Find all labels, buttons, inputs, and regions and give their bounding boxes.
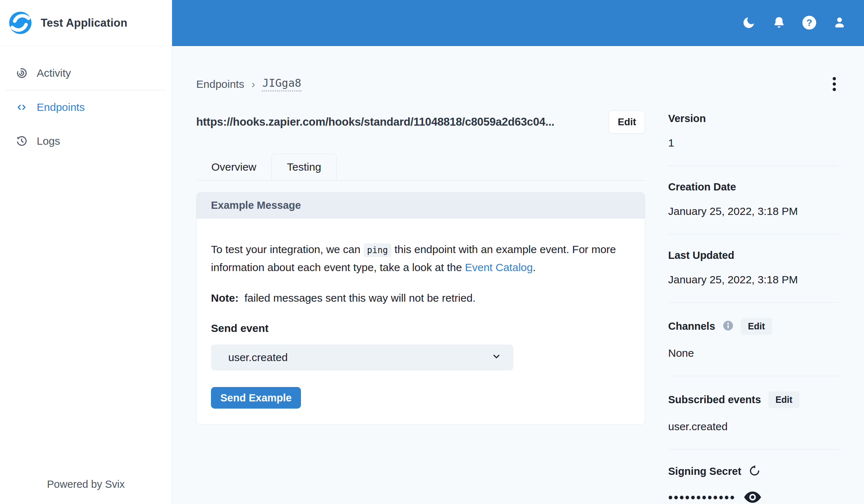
- app-root: Test Application Activity: [0, 0, 864, 504]
- help-button[interactable]: ?: [801, 15, 817, 31]
- app-title: Test Application: [41, 17, 127, 30]
- last-updated-label: Last Updated: [668, 249, 734, 261]
- last-updated-value: January 25, 2022, 3:18 PM: [668, 274, 839, 286]
- kebab-menu-button[interactable]: [830, 74, 839, 94]
- endpoint-details-panel: Version 1 Creation Date January 25, 2022…: [668, 111, 839, 504]
- creation-date-label: Creation Date: [668, 181, 736, 193]
- example-message-card: Example Message To test your integration…: [196, 192, 645, 425]
- help-icon: ?: [802, 15, 817, 31]
- dark-mode-toggle-button[interactable]: [741, 15, 757, 31]
- card-body: To test your integration, we can ping th…: [197, 219, 645, 424]
- eye-icon: [744, 491, 761, 504]
- sidebar-item-endpoints[interactable]: Endpoints: [0, 90, 172, 124]
- signing-secret-label: Signing Secret: [668, 465, 741, 477]
- endpoints-code-icon: [16, 102, 27, 113]
- subscribed-events-label: Subscribed events: [668, 394, 761, 406]
- event-type-select[interactable]: user.created: [211, 345, 513, 370]
- edit-channels-button[interactable]: Edit: [741, 318, 772, 335]
- ping-code-chip: ping: [364, 243, 392, 257]
- main-area: ? Endpoints › JIGga8: [172, 0, 864, 504]
- sidebar-header: Test Application: [0, 0, 172, 46]
- rotate-secret-button[interactable]: [748, 465, 761, 478]
- card-title: Example Message: [211, 199, 301, 211]
- send-example-button[interactable]: Send Example: [211, 387, 301, 409]
- sidebar-item-label: Logs: [37, 135, 60, 147]
- breadcrumb: Endpoints › JIGga8: [196, 77, 301, 91]
- subscribed-events-value: user.created: [668, 420, 839, 433]
- sidebar-item-label: Activity: [37, 67, 71, 79]
- breadcrumb-row: Endpoints › JIGga8: [196, 74, 839, 94]
- detail-subscribed-events: Subscribed events Edit user.created: [668, 376, 839, 450]
- svix-logo-icon: [9, 12, 32, 34]
- version-label: Version: [668, 113, 706, 125]
- sidebar-item-activity[interactable]: Activity: [0, 56, 172, 90]
- breadcrumb-endpoints-link[interactable]: Endpoints: [196, 78, 244, 90]
- svg-text:?: ?: [806, 17, 812, 28]
- chevron-right-icon: ›: [251, 78, 255, 90]
- info-icon: [723, 320, 734, 333]
- card-header: Example Message: [197, 193, 645, 219]
- event-catalog-link[interactable]: Event Catalog: [465, 261, 532, 273]
- endpoint-tabs: Overview Testing: [196, 154, 645, 181]
- kebab-menu-icon: [833, 77, 836, 80]
- sidebar-nav: Activity Endpoints: [0, 46, 172, 158]
- logs-history-icon: [16, 135, 27, 147]
- page-content: Endpoints › JIGga8 https://hooks.zapier.…: [172, 46, 864, 504]
- detail-signing-secret: Signing Secret •: [668, 450, 839, 504]
- account-button[interactable]: [832, 15, 847, 31]
- topbar: ?: [172, 0, 864, 46]
- powered-by: Powered by Svix: [0, 478, 172, 490]
- tab-overview[interactable]: Overview: [196, 154, 271, 180]
- activity-icon: [16, 67, 27, 79]
- version-value: 1: [668, 137, 839, 149]
- creation-date-value: January 25, 2022, 3:18 PM: [668, 205, 839, 217]
- channels-label: Channels: [668, 320, 715, 332]
- endpoint-url: https://hooks.zapier.com/hooks/standard/…: [196, 116, 554, 129]
- chevron-down-icon: [491, 351, 502, 364]
- send-event-label: Send event: [211, 322, 630, 334]
- masked-secret: ••••••••••••: [668, 491, 735, 504]
- detail-channels: Channels Edit None: [668, 303, 839, 376]
- note-text: Note: failed messages sent this way will…: [211, 292, 630, 304]
- reveal-secret-button[interactable]: [744, 491, 761, 504]
- detail-last-updated: Last Updated January 25, 2022, 3:18 PM: [668, 234, 839, 303]
- edit-url-button[interactable]: Edit: [609, 111, 645, 134]
- moon-icon: [742, 15, 756, 31]
- channels-value: None: [668, 347, 839, 359]
- endpoint-url-row: https://hooks.zapier.com/hooks/standard/…: [196, 111, 645, 134]
- intro-text: To test your integration, we can ping th…: [211, 241, 625, 276]
- endpoint-main-column: https://hooks.zapier.com/hooks/standard/…: [196, 111, 645, 504]
- signing-secret-row: ••••••••••••: [668, 491, 839, 504]
- breadcrumb-endpoint-id[interactable]: JIGga8: [262, 77, 301, 91]
- detail-creation-date: Creation Date January 25, 2022, 3:18 PM: [668, 166, 839, 234]
- selected-event-value: user.created: [228, 351, 288, 364]
- rotate-secret-icon: [748, 465, 761, 478]
- edit-subscribed-events-button[interactable]: Edit: [768, 391, 800, 408]
- sidebar-item-logs[interactable]: Logs: [0, 124, 172, 158]
- tab-testing[interactable]: Testing: [271, 154, 337, 180]
- sidebar: Test Application Activity: [0, 0, 172, 504]
- account-icon: [833, 16, 846, 31]
- sidebar-item-label: Endpoints: [37, 101, 85, 113]
- bell-icon: [772, 16, 786, 31]
- detail-version: Version 1: [668, 113, 839, 166]
- notifications-button[interactable]: [771, 15, 787, 31]
- content-columns: https://hooks.zapier.com/hooks/standard/…: [196, 111, 839, 504]
